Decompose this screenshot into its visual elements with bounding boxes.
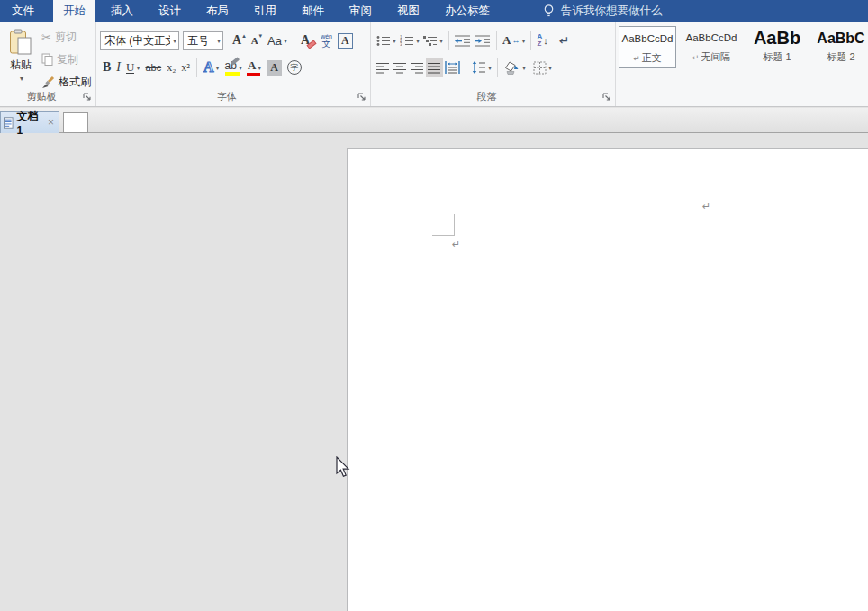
asian-layout-caret-icon[interactable]: ▾: [521, 37, 525, 45]
change-case-caret-icon[interactable]: ▾: [284, 37, 287, 45]
font-row-1: 宋体 (中文正文 ▾ 五号 ▾ A ▴ A ▾ Aa ▾: [100, 30, 356, 51]
tab-references[interactable]: 引用: [244, 0, 286, 22]
tab-review[interactable]: 审阅: [339, 0, 382, 22]
clear-formatting-button[interactable]: A: [298, 31, 312, 51]
tab-office-tab[interactable]: 办公标签: [435, 0, 500, 22]
cut-button[interactable]: ✂ 剪切: [41, 29, 91, 45]
character-shading-button[interactable]: A: [264, 58, 285, 78]
shrink-font-button[interactable]: A ▾: [249, 31, 265, 51]
format-painter-button[interactable]: 格式刷: [41, 74, 91, 90]
bold-button[interactable]: B: [100, 58, 113, 78]
italic-glyph: I: [116, 60, 121, 75]
decrease-indent-button[interactable]: [453, 31, 473, 50]
change-case-button[interactable]: Aa ▾: [265, 31, 290, 51]
increase-indent-button[interactable]: [473, 31, 493, 50]
bold-glyph: B: [103, 60, 111, 75]
font-size-combo[interactable]: 五号 ▾: [183, 31, 223, 50]
paragraph-mark: ↵: [452, 239, 460, 249]
show-marks-button[interactable]: ↵: [557, 31, 572, 50]
multilevel-list-button[interactable]: ▾: [421, 31, 445, 50]
shrink-font-arrow-icon: ▾: [259, 32, 263, 40]
character-border-button[interactable]: A: [335, 31, 356, 51]
tab-mailings[interactable]: 邮件: [292, 0, 334, 22]
tab-insert[interactable]: 插入: [101, 0, 143, 22]
sort-arrow-icon: ↓: [543, 35, 548, 46]
text-effects-caret-icon[interactable]: ▾: [216, 64, 220, 72]
divider: [466, 58, 466, 77]
shading-button[interactable]: ▾: [502, 58, 528, 77]
strikethrough-button[interactable]: abc: [142, 58, 164, 78]
divider: [530, 31, 531, 50]
tab-design[interactable]: 设计: [149, 0, 191, 22]
style-normal[interactable]: AaBbCcDd ↵正文: [619, 26, 676, 68]
paste-icon: [9, 29, 33, 56]
align-left-button[interactable]: [375, 58, 392, 77]
sort-button[interactable]: AZ ↓: [535, 31, 549, 50]
subscript-button[interactable]: x₂: [164, 58, 178, 78]
style-no-spacing[interactable]: AaBbCcDd ↵无间隔: [680, 26, 743, 68]
word-window: 文件 开始 插入 设计 布局 引用 邮件 审阅 视图 办公标签 告诉我你想要做什…: [0, 0, 868, 611]
underline-caret-icon[interactable]: ▾: [136, 64, 140, 72]
document-tab-title: 文档1: [17, 109, 43, 137]
asian-layout-button[interactable]: A ↔ ▾: [501, 31, 527, 50]
format-painter-label: 格式刷: [59, 75, 91, 90]
shrink-font-glyph: A: [251, 35, 258, 46]
line-spacing-caret-icon[interactable]: ▾: [488, 64, 492, 72]
clipboard-dialog-launcher[interactable]: [83, 93, 92, 102]
font-color-caret-icon[interactable]: ▾: [258, 64, 261, 72]
grow-font-button[interactable]: A ▴: [230, 31, 249, 51]
tell-me-box[interactable]: 告诉我你想要做什么: [543, 0, 663, 22]
phonetic-guide-button[interactable]: wén 文: [318, 31, 335, 51]
underline-glyph: U: [126, 61, 134, 74]
mouse-cursor: [336, 456, 350, 479]
style-heading-2[interactable]: AaBbC 标题 2: [809, 26, 868, 68]
font-name-combo[interactable]: 宋体 (中文正文 ▾: [100, 31, 179, 50]
align-right-button[interactable]: [409, 58, 426, 77]
document-tab-active[interactable]: 文档1 ×: [0, 111, 59, 133]
margin-corner-mark: [454, 214, 455, 236]
distribute-button[interactable]: [443, 58, 462, 77]
clipboard-buttons: ✂ 剪切 复制 格式刷: [41, 29, 91, 90]
text-highlight-button[interactable]: ab ▾: [222, 58, 245, 78]
tab-layout[interactable]: 布局: [196, 0, 239, 22]
numbering-button[interactable]: 1 2 3 ▾: [398, 31, 421, 50]
text-effects-button[interactable]: A ▾: [201, 58, 222, 78]
tab-close-icon[interactable]: ×: [48, 116, 54, 129]
style-heading-1[interactable]: AaBb 标题 1: [748, 26, 806, 68]
document-page[interactable]: ↵ ↵: [347, 148, 868, 611]
asian-layout-arrows-icon: ↔: [511, 36, 520, 45]
paragraph-dialog-launcher[interactable]: [602, 93, 611, 102]
italic-button[interactable]: I: [113, 58, 123, 78]
line-spacing-button[interactable]: ▾: [470, 58, 493, 77]
change-case-glyph: Aa: [267, 34, 282, 48]
font-name-caret-icon[interactable]: ▾: [173, 37, 176, 45]
copy-label: 复制: [57, 52, 78, 67]
justify-button[interactable]: [426, 58, 443, 77]
enclose-characters-button[interactable]: 字: [285, 58, 304, 78]
font-size-caret-icon[interactable]: ▾: [217, 37, 221, 45]
align-center-button[interactable]: [392, 58, 409, 77]
new-document-tab-button[interactable]: [63, 112, 88, 133]
paste-dropdown-caret-icon[interactable]: ▾: [20, 75, 23, 83]
font-color-button[interactable]: A ▾: [245, 58, 264, 78]
superscript-button[interactable]: x²: [178, 58, 193, 78]
multilevel-caret-icon[interactable]: ▾: [439, 37, 443, 45]
numbering-caret-icon[interactable]: ▾: [416, 37, 420, 45]
tab-home[interactable]: 开始: [53, 0, 95, 25]
justify-icon: [428, 62, 441, 74]
tab-view[interactable]: 视图: [387, 0, 429, 22]
bullets-button[interactable]: ▾: [375, 31, 398, 50]
distribute-icon: [445, 61, 460, 74]
character-shading-glyph: A: [267, 60, 282, 76]
borders-button[interactable]: ▾: [531, 58, 554, 77]
shading-caret-icon[interactable]: ▾: [522, 64, 526, 72]
copy-button[interactable]: 复制: [41, 51, 91, 67]
font-dialog-launcher[interactable]: [357, 93, 366, 102]
highlight-caret-icon[interactable]: ▾: [239, 64, 242, 72]
tell-me-label: 告诉我你想要做什么: [561, 0, 663, 22]
paragraph-row-2: ▾ ▾ ▾: [375, 57, 554, 78]
bullets-caret-icon[interactable]: ▾: [393, 37, 396, 45]
borders-caret-icon[interactable]: ▾: [548, 64, 552, 72]
underline-button[interactable]: U ▾: [123, 58, 142, 78]
tab-file[interactable]: 文件: [0, 0, 46, 22]
